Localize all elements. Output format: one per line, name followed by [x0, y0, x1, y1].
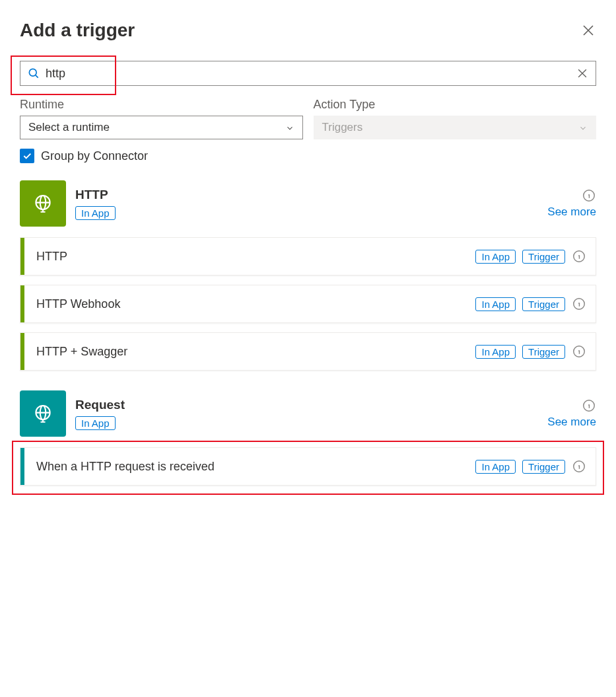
trigger-name: HTTP Webhook	[24, 297, 475, 311]
trigger-pill: Trigger	[522, 250, 565, 264]
chevron-down-icon	[578, 123, 588, 132]
info-icon[interactable]	[572, 297, 586, 311]
actiontype-value: Triggers	[322, 121, 363, 134]
in-app-pill: In App	[475, 297, 516, 311]
info-icon[interactable]	[572, 249, 586, 264]
in-app-pill: In App	[475, 460, 516, 474]
page-title: Add a trigger	[20, 20, 135, 41]
chevron-down-icon	[285, 123, 294, 132]
trigger-item[interactable]: HTTPIn AppTrigger	[20, 237, 596, 275]
see-more-link[interactable]: See more	[547, 416, 596, 429]
trigger-name: HTTP + Swagger	[24, 345, 475, 359]
in-app-pill: In App	[75, 416, 116, 430]
connector-header-http: HTTPIn AppSee more	[20, 179, 596, 228]
search-input[interactable]	[40, 67, 576, 81]
trigger-name: When a HTTP request is received	[24, 460, 475, 474]
info-icon[interactable]	[582, 398, 596, 413]
actiontype-select: Triggers	[314, 116, 597, 139]
connector-header-request: RequestIn AppSee more	[20, 389, 596, 438]
trigger-item[interactable]: When a HTTP request is receivedIn AppTri…	[20, 447, 596, 486]
search-icon	[27, 67, 40, 80]
group-checkbox[interactable]	[20, 149, 34, 163]
connector-name: Request	[75, 398, 538, 412]
trigger-pill: Trigger	[522, 297, 565, 311]
search-box	[20, 61, 596, 86]
close-icon[interactable]	[580, 22, 596, 38]
runtime-placeholder: Select a runtime	[28, 121, 110, 134]
info-icon[interactable]	[572, 459, 586, 474]
trigger-item[interactable]: HTTP + SwaggerIn AppTrigger	[20, 332, 596, 371]
connector-name: HTTP	[75, 188, 538, 202]
clear-search-icon[interactable]	[576, 67, 589, 80]
svg-point-0	[29, 69, 36, 76]
see-more-link[interactable]: See more	[547, 205, 596, 219]
trigger-pill: Trigger	[522, 345, 565, 359]
trigger-item[interactable]: HTTP WebhookIn AppTrigger	[20, 285, 596, 323]
in-app-pill: In App	[475, 250, 516, 264]
globe-icon	[20, 390, 66, 437]
in-app-pill: In App	[475, 345, 516, 359]
in-app-pill: In App	[75, 206, 116, 220]
info-icon[interactable]	[582, 188, 596, 203]
trigger-name: HTTP	[24, 250, 475, 264]
actiontype-label: Action Type	[314, 98, 597, 112]
runtime-label: Runtime	[20, 98, 303, 112]
info-icon[interactable]	[572, 344, 586, 359]
globe-icon	[20, 180, 66, 227]
group-checkbox-label: Group by Connector	[41, 149, 148, 163]
trigger-pill: Trigger	[522, 460, 565, 474]
runtime-select[interactable]: Select a runtime	[20, 116, 303, 139]
